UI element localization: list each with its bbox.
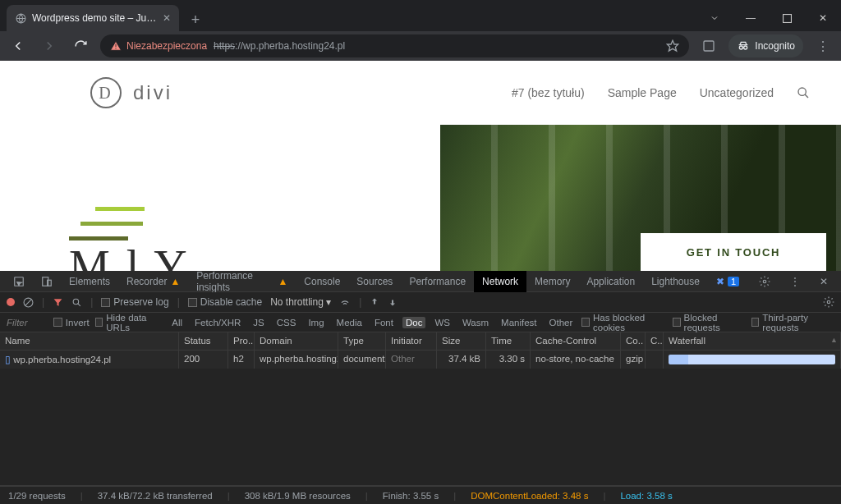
request-row-c xyxy=(646,351,664,369)
tab-console[interactable]: Console xyxy=(296,271,348,292)
network-toolbar: | | Preserve log | Disable cache No thro… xyxy=(0,292,841,313)
record-button[interactable] xyxy=(7,298,15,306)
clear-icon[interactable] xyxy=(23,297,34,308)
filter-type-img[interactable]: Img xyxy=(305,317,327,328)
tab-elements[interactable]: Elements xyxy=(61,271,118,292)
logo-text: divi xyxy=(133,81,172,104)
tab-performance-insights[interactable]: Performance insights▲ xyxy=(188,271,296,292)
filter-input[interactable]: Filter xyxy=(7,318,48,328)
status-finish: Finish: 3.55 s xyxy=(383,491,439,501)
download-har-icon[interactable] xyxy=(388,297,398,307)
status-load: Load: 3.58 s xyxy=(620,491,672,501)
blocked-requests-checkbox[interactable]: Blocked requests xyxy=(673,313,746,332)
col-c[interactable]: C.. xyxy=(646,332,664,351)
filter-type-other[interactable]: Other xyxy=(546,317,577,328)
devtools-panel: Elements Recorder▲ Performance insights▲… xyxy=(0,271,841,504)
close-window-button[interactable]: ✕ xyxy=(805,5,841,31)
tab-memory[interactable]: Memory xyxy=(526,271,578,292)
nav-item[interactable]: Sample Page xyxy=(608,86,677,99)
svg-point-6 xyxy=(798,88,806,95)
col-type[interactable]: Type xyxy=(338,332,386,351)
reload-button[interactable] xyxy=(69,34,92,57)
chrome-menu-button[interactable]: ⋮ xyxy=(811,34,834,57)
status-requests: 1/29 requests xyxy=(8,491,66,501)
col-cache[interactable]: Cache-Control xyxy=(531,332,621,351)
tab-network[interactable]: Network xyxy=(474,271,526,292)
disable-cache-checkbox[interactable]: Disable cache xyxy=(188,296,262,308)
nav-item[interactable]: Uncategorized xyxy=(700,86,774,99)
col-name[interactable]: Name xyxy=(0,332,179,351)
filter-type-css[interactable]: CSS xyxy=(273,317,300,328)
tab-performance[interactable]: Performance xyxy=(401,271,474,292)
tab-sources[interactable]: Sources xyxy=(348,271,401,292)
col-size[interactable]: Size xyxy=(437,332,486,351)
new-tab-button[interactable]: + xyxy=(184,8,207,31)
nav-item[interactable]: #7 (bez tytułu) xyxy=(512,86,585,99)
maximize-button[interactable] xyxy=(769,5,805,31)
search-icon[interactable] xyxy=(71,297,82,308)
col-waterfall[interactable]: Waterfall xyxy=(664,332,841,351)
globe-icon xyxy=(15,12,26,24)
throttling-select[interactable]: No throttling ▾ xyxy=(270,296,331,308)
tab-recorder[interactable]: Recorder▲ xyxy=(118,271,188,292)
browser-tab[interactable]: Wordpress demo site – Just anot ✕ xyxy=(7,5,179,31)
address-bar: Niezabezpieczona https://wp.pherba.hosti… xyxy=(0,31,841,61)
network-settings-icon[interactable] xyxy=(823,296,834,308)
wifi-icon[interactable] xyxy=(339,296,351,308)
svg-line-15 xyxy=(78,303,80,305)
tab-lighthouse[interactable]: Lighthouse xyxy=(643,271,708,292)
hero-decor-bars xyxy=(69,207,145,241)
preserve-log-checkbox[interactable]: Preserve log xyxy=(101,296,168,308)
svg-line-7 xyxy=(805,94,808,98)
devtools-close-icon[interactable]: ✕ xyxy=(811,271,836,292)
filter-type-doc[interactable]: Doc xyxy=(402,317,425,328)
devtools-settings-icon[interactable] xyxy=(751,271,779,292)
third-party-checkbox[interactable]: Third-party requests xyxy=(751,313,834,332)
hide-data-urls-checkbox[interactable]: Hide data URLs xyxy=(95,313,163,332)
window-caret-down-icon[interactable] xyxy=(696,5,733,31)
status-dcl: DOMContentLoaded: 3.48 s xyxy=(471,491,588,501)
bookmark-icon[interactable] xyxy=(666,39,679,53)
get-in-touch-button[interactable]: GET IN TOUCH xyxy=(641,233,826,271)
tab-application[interactable]: Application xyxy=(578,271,643,292)
upload-har-icon[interactable] xyxy=(370,297,379,307)
filter-type-ws[interactable]: WS xyxy=(431,317,453,328)
filter-type-js[interactable]: JS xyxy=(250,317,267,328)
inspect-element-icon[interactable] xyxy=(5,271,33,292)
col-encoding[interactable]: Co.. xyxy=(621,332,646,351)
window-controls: ― ✕ xyxy=(696,5,841,31)
col-status[interactable]: Status xyxy=(179,332,228,351)
filter-type-wasm[interactable]: Wasm xyxy=(459,317,492,328)
hero-headline: M l Y xyxy=(69,241,190,271)
filter-type-fetch[interactable]: Fetch/XHR xyxy=(191,317,244,328)
filter-type-all[interactable]: All xyxy=(168,317,186,328)
filter-type-font[interactable]: Font xyxy=(371,317,397,328)
incognito-badge[interactable]: Incognito xyxy=(728,34,803,57)
filter-icon[interactable] xyxy=(53,297,63,308)
col-initiator[interactable]: Initiator xyxy=(386,332,437,351)
search-icon[interactable] xyxy=(797,86,810,99)
close-tab-icon[interactable]: ✕ xyxy=(163,12,171,24)
errors-badge[interactable]: ✖1 xyxy=(708,271,747,292)
minimize-button[interactable]: ― xyxy=(733,5,769,31)
filter-type-manifest[interactable]: Manifest xyxy=(498,317,540,328)
request-row-domain: wp.pherba.hosting2... xyxy=(255,351,338,369)
url-field[interactable]: Niezabezpieczona https://wp.pherba.hosti… xyxy=(100,34,689,57)
status-resources: 308 kB/1.9 MB resources xyxy=(245,491,351,501)
col-domain[interactable]: Domain xyxy=(255,332,338,351)
filter-type-media[interactable]: Media xyxy=(333,317,365,328)
device-toggle-icon[interactable] xyxy=(33,271,61,292)
forward-button[interactable] xyxy=(38,34,61,57)
site-logo[interactable]: D divi xyxy=(90,77,172,108)
extensions-icon[interactable] xyxy=(697,34,720,57)
site-nav: #7 (bez tytułu) Sample Page Uncategorize… xyxy=(512,86,810,99)
network-table: ▲ Name Status Pro.. Domain Type Initiato… xyxy=(0,332,841,486)
not-secure-warning: Niezabezpieczona xyxy=(110,40,207,52)
col-time[interactable]: Time xyxy=(486,332,531,351)
back-button[interactable] xyxy=(7,34,30,57)
devtools-kebab-icon[interactable]: ⋮ xyxy=(782,271,808,292)
request-row-name[interactable]: ▯ wp.pherba.hosting24.pl xyxy=(0,351,179,369)
has-blocked-cookies-checkbox[interactable]: Has blocked cookies xyxy=(581,313,667,332)
col-protocol[interactable]: Pro.. xyxy=(228,332,255,351)
invert-checkbox[interactable]: Invert xyxy=(53,318,90,328)
